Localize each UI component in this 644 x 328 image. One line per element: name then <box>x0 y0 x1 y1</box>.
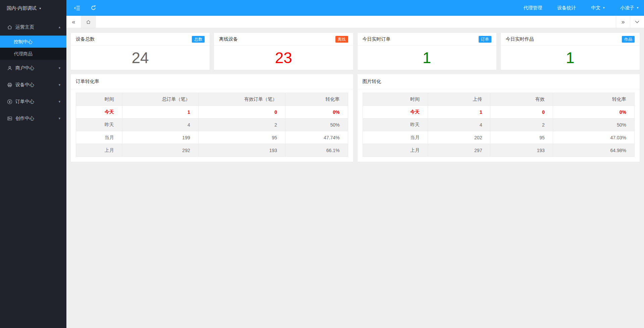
username-label: 小凌子 <box>620 5 634 11</box>
card-title: 今日实时作品 <box>506 36 534 42</box>
scroll-tabs-left-button[interactable]: « <box>66 16 81 28</box>
sidebar-item-creation-center[interactable]: 创作中心 ▼ <box>0 110 66 127</box>
device-icon <box>7 82 12 88</box>
table-cell: 64.98% <box>553 144 634 157</box>
table-cell: 今天 <box>76 106 122 119</box>
table-cell: 4 <box>428 119 490 131</box>
column-header: 转化率 <box>553 93 634 106</box>
refresh-icon[interactable] <box>91 5 96 11</box>
table-cell: 昨天 <box>76 119 122 131</box>
environment-switcher[interactable]: 国内-内部调试 ▼ <box>0 0 66 17</box>
card-badge: 作品 <box>622 36 635 43</box>
stat-cards-row: 设备总数 总数 24 离线设备 离线 23 今日实时订单 订单 <box>71 33 640 70</box>
image-conversion-table: 时间 上传 有效 转化率 今天 1 0 <box>363 93 635 157</box>
sidebar-item-control-center[interactable]: 控制中心 <box>0 36 66 48</box>
table-cell: 昨天 <box>363 119 428 131</box>
column-header: 有效订单（笔） <box>198 93 285 106</box>
tab-options-button[interactable] <box>630 16 644 28</box>
sidebar-submenu: 控制中心 代理商品 <box>0 36 66 60</box>
home-icon <box>7 25 12 30</box>
table-cell: 当月 <box>363 131 428 144</box>
table-cell: 95 <box>198 131 285 144</box>
chevron-down-icon: ▼ <box>636 6 639 9</box>
nav-agent-management[interactable]: 代理管理 <box>523 5 542 11</box>
card-badge: 订单 <box>479 36 491 43</box>
app-root: 国内-内部调试 ▼ 运营主页 ▲ 控制中心 代理商品 商户中心 ▼ <box>0 0 644 328</box>
column-header: 时间 <box>363 93 428 106</box>
table-cell: 193 <box>198 144 285 157</box>
table-row: 昨天 4 2 50% <box>76 119 348 131</box>
tab-home[interactable] <box>81 16 96 28</box>
sidebar-item-label: 创作中心 <box>15 115 34 122</box>
column-header: 总订单（笔） <box>122 93 198 106</box>
sidebar-item-operations-home[interactable]: 运营主页 ▲ <box>0 19 66 36</box>
order-yen-icon <box>7 99 12 105</box>
table-cell: 0% <box>285 106 348 119</box>
topbar-left <box>66 5 96 11</box>
chevron-down-icon: ▼ <box>39 7 42 10</box>
table-cell: 上月 <box>363 144 428 157</box>
table-row: 今天 1 0 0% <box>363 106 635 119</box>
nav-device-statistics[interactable]: 设备统计 <box>557 5 576 11</box>
sidebar-item-agent-products[interactable]: 代理商品 <box>0 48 66 60</box>
table-cell: 193 <box>490 144 553 157</box>
nav-label: 代理管理 <box>523 5 542 11</box>
table-cell: 上月 <box>76 144 122 157</box>
table-cell: 199 <box>122 131 198 144</box>
collapse-sidebar-icon[interactable] <box>74 6 80 10</box>
table-cell: 50% <box>285 119 348 131</box>
chevron-down-icon: ▼ <box>58 66 61 70</box>
table-cell: 297 <box>428 144 490 157</box>
topbar-nav: 代理管理 设备统计 中文 ▼ 小凌子 ▼ <box>523 5 644 11</box>
stat-card-today-works: 今日实时作品 作品 1 <box>501 33 640 70</box>
column-header: 上传 <box>428 93 490 106</box>
chevron-down-icon: ▼ <box>58 117 61 120</box>
sidebar-item-order-center[interactable]: 订单中心 ▼ <box>0 93 66 110</box>
sidebar-item-merchant-center[interactable]: 商户中心 ▼ <box>0 60 66 77</box>
content-area: 设备总数 总数 24 离线设备 离线 23 今日实时订单 订单 <box>66 28 644 328</box>
chevron-down-icon <box>635 20 639 24</box>
card-title: 今日实时订单 <box>363 36 391 42</box>
tabbar-spacer <box>96 16 616 28</box>
table-cell: 50% <box>553 119 634 131</box>
card-value: 24 <box>71 46 210 69</box>
main-area: 代理管理 设备统计 中文 ▼ 小凌子 ▼ « <box>66 0 644 328</box>
stat-card-total-devices: 设备总数 总数 24 <box>71 33 210 70</box>
table-row: 今天 1 0 0% <box>76 106 348 119</box>
card-badge: 总数 <box>192 36 205 43</box>
stat-card-today-orders: 今日实时订单 订单 1 <box>358 33 496 70</box>
table-cell: 202 <box>428 131 490 144</box>
scroll-tabs-right-button[interactable]: » <box>616 16 630 28</box>
sidebar-item-label: 商户中心 <box>15 65 34 71</box>
card-title: 设备总数 <box>76 36 95 42</box>
table-cell: 47.74% <box>285 131 348 144</box>
language-selector[interactable]: 中文 ▼ <box>591 5 605 11</box>
table-cell: 2 <box>490 119 553 131</box>
table-cell: 2 <box>198 119 285 131</box>
table-cell: 今天 <box>363 106 428 119</box>
card-badge: 离线 <box>335 36 348 43</box>
table-header-row: 时间 上传 有效 转化率 <box>363 93 635 106</box>
sidebar-item-device-center[interactable]: 设备中心 ▼ <box>0 77 66 93</box>
image-conversion-panel: 图片转化 时间 上传 有效 转化率 <box>358 74 640 162</box>
nav-label: 中文 <box>591 5 600 11</box>
table-row: 当月 199 95 47.74% <box>76 131 348 144</box>
sidebar-item-label: 设备中心 <box>15 82 34 88</box>
user-menu[interactable]: 小凌子 ▼ <box>620 5 639 11</box>
column-header: 时间 <box>76 93 122 106</box>
topbar: 代理管理 设备统计 中文 ▼ 小凌子 ▼ <box>66 0 644 16</box>
chevron-up-icon: ▲ <box>58 26 61 29</box>
merchant-icon <box>7 65 12 71</box>
table-panels-row: 订单转化率 时间 总订单（笔） 有效订单（笔） 转化率 <box>71 74 640 162</box>
table-cell: 66.1% <box>285 144 348 157</box>
table-cell: 47.03% <box>553 131 634 144</box>
table-row: 上月 292 193 66.1% <box>76 144 348 157</box>
home-icon <box>86 19 91 25</box>
panel-title: 订单转化率 <box>71 74 353 89</box>
table-row: 昨天 4 2 50% <box>363 119 635 131</box>
creation-image-icon <box>7 116 12 122</box>
card-title: 离线设备 <box>219 36 238 42</box>
table-cell: 1 <box>428 106 490 119</box>
chevron-down-icon: ▼ <box>58 100 61 103</box>
sidebar-item-label: 运营主页 <box>15 24 34 30</box>
